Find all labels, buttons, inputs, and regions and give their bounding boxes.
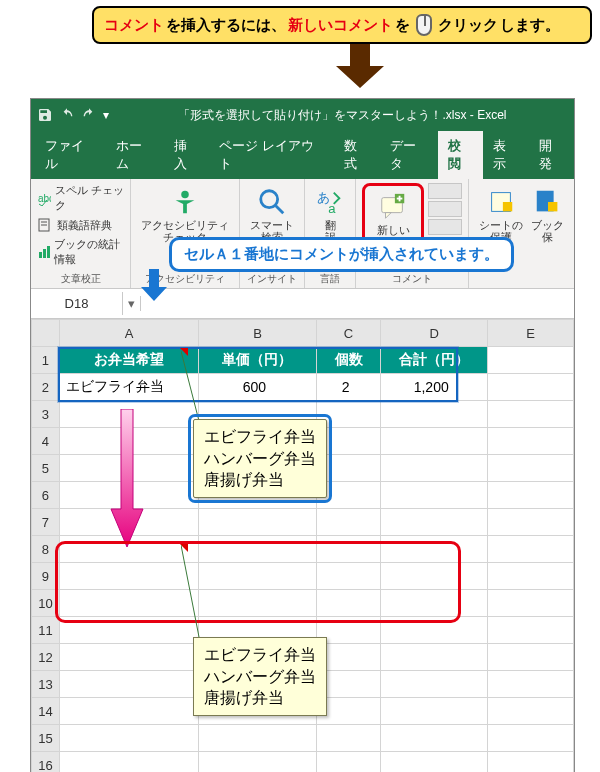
mouse-icon (416, 14, 432, 36)
tab-formulas[interactable]: 数式 (334, 131, 379, 179)
cell[interactable] (316, 725, 380, 752)
cell[interactable] (488, 725, 574, 752)
row-header[interactable]: 15 (32, 725, 60, 752)
cell[interactable] (488, 590, 574, 617)
thesaurus-button[interactable]: 類義語辞典 (37, 217, 112, 233)
row-header[interactable]: 6 (32, 482, 60, 509)
cell[interactable] (199, 509, 317, 536)
cell[interactable] (381, 509, 488, 536)
row-header[interactable]: 5 (32, 455, 60, 482)
cell[interactable] (199, 752, 317, 773)
undo-icon[interactable] (59, 107, 75, 123)
cell[interactable] (488, 644, 574, 671)
col-header-B[interactable]: B (199, 320, 317, 347)
cell[interactable] (488, 698, 574, 725)
cell[interactable] (381, 401, 488, 428)
cell[interactable] (488, 374, 574, 401)
cell[interactable] (488, 347, 574, 374)
col-header-C[interactable]: C (316, 320, 380, 347)
cell[interactable] (381, 752, 488, 773)
callout-text: クリック (438, 16, 498, 35)
cell[interactable] (488, 509, 574, 536)
callout-text: 新しいコメント (288, 16, 393, 35)
workbook-stats-button[interactable]: ブックの統計情報 (37, 237, 124, 267)
row-header[interactable]: 12 (32, 644, 60, 671)
comment-next-button[interactable] (428, 219, 462, 235)
ribbon-tabs: ファイル ホーム 挿入 ページ レイアウト 数式 データ 校閲 表示 開発 (31, 131, 574, 179)
title-bar: ▾ 「形式を選択して貼り付け」をマスターしよう！.xlsx - Excel (31, 99, 574, 131)
search-icon (257, 187, 287, 217)
comment-line: 唐揚げ弁当 (204, 687, 316, 709)
cell[interactable] (488, 482, 574, 509)
tab-file[interactable]: ファイル (35, 131, 106, 179)
cell[interactable] (488, 671, 574, 698)
row-header[interactable]: 2 (32, 374, 60, 401)
cell[interactable] (381, 455, 488, 482)
worksheet-grid[interactable]: A B C D E 1 お弁当希望 単価（円） 個数 合計（円） 2 エビフライ… (31, 319, 574, 772)
comment-line: 唐揚げ弁当 (204, 469, 316, 491)
cell[interactable] (381, 671, 488, 698)
cell[interactable] (59, 644, 198, 671)
tab-review[interactable]: 校閲 (438, 131, 483, 179)
cell[interactable] (488, 752, 574, 773)
spell-check-label: スペル チェック (55, 183, 124, 213)
tab-insert[interactable]: 挿入 (164, 131, 209, 179)
comment-leader (181, 545, 221, 645)
row-header[interactable]: 1 (32, 347, 60, 374)
cell[interactable] (488, 428, 574, 455)
cell[interactable] (59, 752, 198, 773)
row-header[interactable]: 7 (32, 509, 60, 536)
row-header[interactable]: 3 (32, 401, 60, 428)
cell[interactable] (199, 725, 317, 752)
col-header-A[interactable]: A (59, 320, 198, 347)
cell[interactable] (381, 698, 488, 725)
cell[interactable] (316, 752, 380, 773)
row-header[interactable]: 4 (32, 428, 60, 455)
row-header[interactable]: 16 (32, 752, 60, 773)
tab-home[interactable]: ホーム (106, 131, 164, 179)
cell[interactable] (488, 455, 574, 482)
cell[interactable]: エビフライ弁当 (59, 374, 198, 401)
spell-check-button[interactable]: abc スペル チェック (37, 183, 124, 213)
cell[interactable] (381, 428, 488, 455)
cell[interactable]: 個数 (316, 347, 380, 374)
cell[interactable] (316, 509, 380, 536)
row-header[interactable]: 11 (32, 617, 60, 644)
row-header[interactable]: 13 (32, 671, 60, 698)
tab-data[interactable]: データ (380, 131, 438, 179)
cell[interactable]: 2 (316, 374, 380, 401)
cell[interactable] (59, 671, 198, 698)
name-box[interactable]: D18 (31, 292, 123, 315)
tab-dev[interactable]: 開発 (529, 131, 574, 179)
row-header[interactable]: 14 (32, 698, 60, 725)
cell[interactable] (59, 698, 198, 725)
ribbon-group-label: 言語 (320, 270, 340, 286)
col-header-E[interactable]: E (488, 320, 574, 347)
cell[interactable] (381, 725, 488, 752)
svg-rect-7 (47, 246, 50, 258)
translate-icon: あa (315, 187, 345, 217)
pink-arrow-icon (109, 409, 145, 549)
tab-layout[interactable]: ページ レイアウト (209, 131, 334, 179)
svg-marker-0 (336, 44, 384, 88)
redo-icon[interactable] (81, 107, 97, 123)
cell[interactable]: 1,200 (381, 374, 488, 401)
save-icon[interactable] (37, 107, 53, 123)
cell[interactable] (488, 617, 574, 644)
cell[interactable] (381, 482, 488, 509)
comment-delete-button[interactable] (428, 183, 462, 199)
cell[interactable] (59, 725, 198, 752)
cell[interactable] (381, 644, 488, 671)
qat-more-icon[interactable]: ▾ (103, 108, 109, 122)
ribbon-group-label: 文章校正 (61, 270, 101, 286)
col-header-D[interactable]: D (381, 320, 488, 347)
cell[interactable]: お弁当希望 (59, 347, 198, 374)
tab-view[interactable]: 表示 (483, 131, 528, 179)
comment-prev-button[interactable] (428, 201, 462, 217)
select-all-corner[interactable] (32, 320, 60, 347)
cell[interactable] (488, 536, 574, 563)
cell[interactable] (488, 401, 574, 428)
cell[interactable] (488, 563, 574, 590)
cell[interactable]: 合計（円） (381, 347, 488, 374)
protect-book-button[interactable]: ブック 保 (527, 183, 568, 247)
